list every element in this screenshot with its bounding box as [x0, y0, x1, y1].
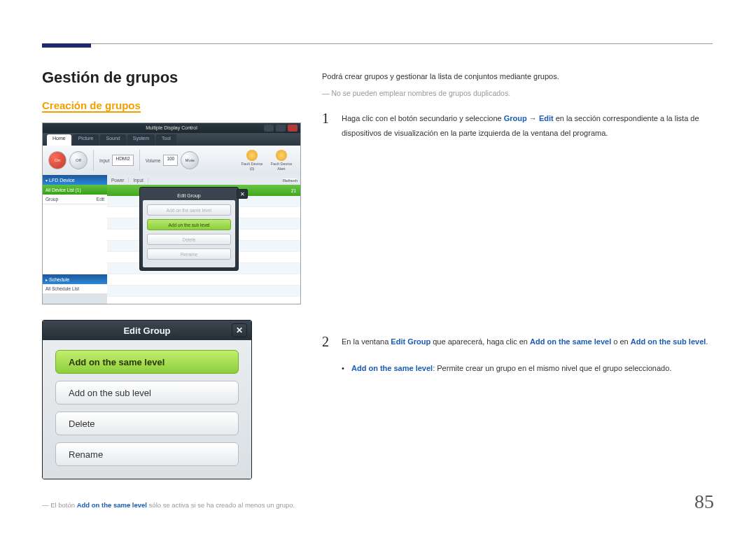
step-2-number: 2	[322, 335, 342, 349]
content-header: Power Input Refresh	[107, 175, 300, 185]
mute-button[interactable]: Mute	[181, 151, 199, 169]
col-input: Input	[129, 178, 148, 183]
step-1-kw-edit: Edit	[539, 114, 554, 122]
warning-icon	[246, 150, 258, 161]
popup-body: Add on the same level Add on the sub lev…	[143, 200, 235, 267]
panel-gap	[43, 204, 107, 274]
bullet-keyword: Add on the same level	[351, 364, 433, 372]
maximize-icon[interactable]	[276, 125, 286, 132]
bullet-same-level: Add on the same level: Permite crear un …	[342, 362, 714, 376]
app-screenshot: Multiple Display Control Home Picture So…	[42, 122, 301, 304]
group-row[interactable]: Group Edit	[43, 195, 107, 204]
row-id: 21	[287, 188, 300, 193]
step-2-kw-sub: Add on the sub level	[631, 337, 706, 346]
step-2-end: .	[706, 337, 708, 346]
app-titlebar: Multiple Display Control	[43, 123, 300, 133]
tab-picture[interactable]: Picture	[73, 134, 99, 146]
header-rule	[42, 43, 713, 44]
refresh-button[interactable]: Refresh	[283, 178, 298, 183]
input-dropdown[interactable]: HDMI2	[112, 155, 133, 166]
step-1-number: 1	[322, 111, 342, 141]
tab-sound[interactable]: Sound	[100, 134, 125, 146]
step-1-kw-group: Group	[504, 114, 527, 122]
tab-tool[interactable]: Tool	[156, 134, 176, 146]
group-edit-link[interactable]: Edit	[97, 197, 104, 202]
popup-add-sub-level[interactable]: Add on the sub level	[147, 219, 231, 230]
heading-2: Creación de grupos	[42, 99, 141, 111]
page-number: 85	[694, 491, 714, 513]
grid-row	[107, 286, 300, 297]
all-schedule-label: All Schedule List	[46, 286, 79, 291]
footnote: El botón Add on the same level sólo se a…	[42, 500, 301, 510]
popup-close-button[interactable]: ✕	[237, 189, 248, 199]
dialog-title: Edit Group	[123, 325, 170, 336]
col-power: Power	[107, 178, 129, 183]
tab-home[interactable]: Home	[47, 134, 71, 146]
step-2: 2 En la ventana Edit Group que aparecerá…	[322, 335, 714, 349]
fault-device[interactable]: Fault Device (0)	[239, 150, 265, 170]
step-2-kw-editgroup: Edit Group	[391, 337, 430, 346]
all-schedule-list[interactable]: All Schedule List	[43, 284, 107, 294]
window-buttons	[264, 125, 298, 132]
step-1-pre: Haga clic con el botón secundario y sele…	[342, 114, 504, 122]
dialog-delete[interactable]: Delete	[55, 412, 239, 435]
separator	[93, 150, 94, 171]
popup-title: Edit Group ✕	[143, 190, 235, 200]
fault-alert-label: Fault Device Alert	[271, 162, 293, 170]
bullet-text: : Permite crear un grupo en el mismo niv…	[433, 364, 671, 372]
app-tabs: Home Picture Sound System Tool	[43, 133, 300, 146]
app-toolbar: On Off Input HDMI2 Volume 100 Mute Fault…	[43, 146, 300, 175]
left-column: Gestión de grupos Creación de grupos Mul…	[42, 69, 301, 510]
popup-title-text: Edit Group	[177, 193, 200, 198]
panel-header-lfd[interactable]: LFD Device	[43, 175, 107, 185]
separator	[139, 150, 140, 171]
step-1-arrow: →	[527, 114, 539, 122]
right-column: Podrá crear grupos y gestionar la lista …	[322, 70, 714, 376]
footnote-keyword: Add on the same level	[77, 501, 147, 509]
step-2-pre: En la ventana	[342, 337, 391, 346]
power-on-button[interactable]: On	[48, 151, 66, 169]
step-2-body: En la ventana Edit Group que aparecerá, …	[342, 335, 714, 349]
fault-device-label: Fault Device (0)	[241, 162, 263, 170]
footnote-pre: El botón	[50, 501, 77, 509]
heading-2-wrap: Creación de grupos	[42, 99, 141, 113]
grid-row	[107, 274, 300, 286]
dialog-close-button[interactable]: ✕	[232, 323, 247, 337]
popup-add-same-level[interactable]: Add on the same level	[147, 204, 231, 216]
popup-rename[interactable]: Rename	[147, 248, 231, 260]
minimize-icon[interactable]	[264, 125, 274, 132]
app-title: Multiple Display Control	[146, 125, 197, 130]
left-panel: LFD Device All Device List (1) Group Edi…	[43, 175, 107, 304]
step-1-body: Haga clic con el botón secundario y sele…	[342, 111, 714, 141]
dialog-titlebar: Edit Group ✕	[43, 321, 251, 340]
dialog-body: Add on the same level Add on the sub lev…	[43, 340, 251, 479]
tab-system[interactable]: System	[127, 134, 155, 146]
step-2-mid2: o en	[611, 337, 631, 346]
volume-label: Volume	[146, 158, 161, 163]
dialog-add-same-level[interactable]: Add on the same level	[55, 350, 239, 374]
edit-group-popup: Edit Group ✕ Add on the same level Add o…	[139, 187, 239, 271]
dialog-rename[interactable]: Rename	[55, 442, 239, 466]
popup-delete[interactable]: Delete	[147, 234, 231, 245]
panel-header-schedule[interactable]: Schedule	[43, 274, 107, 284]
step-1: 1 Haga clic con el botón secundario y se…	[322, 111, 714, 141]
dialog-add-sub-level[interactable]: Add on the sub level	[55, 381, 239, 405]
step-2-mid1: que aparecerá, haga clic en	[430, 337, 530, 346]
heading-1: Gestión de grupos	[42, 69, 301, 87]
all-device-list[interactable]: All Device List (1)	[43, 185, 107, 195]
fault-alert[interactable]: Fault Device Alert	[268, 150, 295, 170]
power-off-button[interactable]: Off	[69, 151, 88, 169]
intro-text: Podrá crear grupos y gestionar la lista …	[322, 70, 714, 83]
input-label: Input	[99, 158, 109, 163]
footnote-post: sólo se activa si se ha creado al menos …	[147, 501, 295, 509]
group-label: Group	[46, 197, 58, 202]
header-tab-marker	[42, 43, 91, 48]
edit-group-dialog: Edit Group ✕ Add on the same level Add o…	[42, 320, 252, 479]
close-icon[interactable]	[288, 125, 298, 132]
warning-icon	[276, 150, 287, 161]
volume-value[interactable]: 100	[163, 155, 178, 166]
note-text: No se pueden emplear nombres de grupos d…	[322, 89, 714, 97]
step-2-kw-same: Add on the same level	[530, 337, 611, 346]
